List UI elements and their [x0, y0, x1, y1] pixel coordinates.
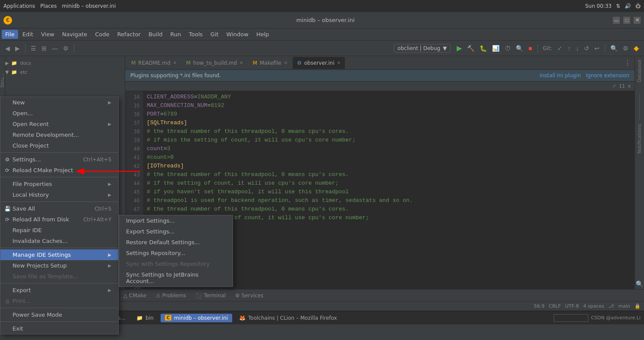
tab-how-to-build[interactable]: M how_to_build.md ✕ [182, 57, 247, 69]
menu-git[interactable]: Git [207, 30, 222, 39]
settings-button[interactable]: ⚙ [61, 44, 70, 53]
git-check-button[interactable]: ✓ [556, 44, 564, 53]
power-icon[interactable]: ⏻ [635, 3, 641, 9]
menu-window[interactable]: Window [223, 30, 252, 39]
menu-new-projects-setup[interactable]: New Projects Setup ▶ [0, 260, 118, 271]
maximize-button[interactable]: □ [623, 17, 630, 24]
window-title-sysbar: minidb – observer.ini [62, 3, 116, 9]
menu-reload-cmake[interactable]: ⟳ Reload CMake Project [0, 165, 118, 176]
menu-view[interactable]: View [38, 30, 58, 39]
menu-tools[interactable]: Tools [186, 30, 206, 39]
menu-navigate[interactable]: Navigate [59, 30, 91, 39]
collapse-button[interactable]: — [50, 44, 60, 53]
tab-makefile[interactable]: M Makefile ✕ [248, 57, 292, 69]
menu-edit[interactable]: Edit [19, 30, 37, 39]
install-ini-plugin-link[interactable]: Install Ini plugin [540, 72, 581, 79]
profile-button[interactable]: ⏱ [503, 43, 512, 53]
tab-readme-close[interactable]: ✕ [173, 60, 177, 65]
valgrind-button[interactable]: 🔍 [514, 43, 525, 53]
menu-build[interactable]: Build [145, 30, 166, 39]
taskbar-input-box[interactable] [554, 314, 588, 322]
menu-file-props[interactable]: File Properties ▶ [0, 179, 118, 189]
menu-refactor[interactable]: Refactor [114, 30, 144, 39]
ignore-extension-link[interactable]: Ignore extension [586, 72, 629, 79]
menu-run[interactable]: Run [167, 30, 185, 39]
menu-power-save[interactable]: Power Save Mode [0, 309, 118, 320]
main-layout: ▶ 📁 docs ▼ 📁 etc ▶ Populate projects Str… [0, 56, 644, 289]
database-panel-tab[interactable]: Database [637, 60, 642, 82]
menu-file[interactable]: File [2, 30, 18, 39]
git-refresh-button[interactable]: ↺ [582, 44, 591, 53]
tab-observer-ini[interactable]: ⚙ observer.ini ✕ [293, 57, 345, 69]
run-config-selector[interactable]: obclient | Debug ▼ [394, 44, 451, 53]
menu-repair-ide[interactable]: Repair IDE [0, 225, 118, 236]
menu-new[interactable]: New ▶ [0, 97, 118, 108]
coverage-button[interactable]: 📊 [490, 43, 501, 53]
tab-makefile-close[interactable]: ✕ [284, 60, 287, 65]
menu-close-project[interactable]: Close Project [0, 140, 118, 151]
git-down-button[interactable]: ↓ [574, 44, 581, 53]
build-button[interactable]: 🔨 [465, 43, 476, 53]
back-button[interactable]: ◀ [3, 44, 12, 53]
menu-remote-devt[interactable]: Remote Development... [0, 129, 118, 140]
menu-reload-disk[interactable]: ⟳ Reload All from Disk Ctrl+Alt+Y [0, 214, 118, 225]
sidebar-folder-docs[interactable]: ▶ 📁 docs [5, 60, 120, 67]
menu-invalidate-caches[interactable]: Invalidate Caches... [0, 236, 118, 246]
status-position[interactable]: 56:9 [534, 303, 545, 309]
status-indent[interactable]: 4 spaces [583, 303, 604, 309]
menu-code[interactable]: Code [92, 30, 113, 39]
bottom-tab-cmake[interactable]: △ CMake [119, 291, 151, 300]
status-line-ending[interactable]: CRLF [549, 303, 561, 309]
more-tabs-button[interactable]: ⋮ [622, 58, 633, 68]
tab-readme[interactable]: M README.md ✕ [127, 57, 181, 69]
submenu-import-settings[interactable]: Import Settings... [119, 215, 233, 226]
run-button[interactable]: ▶ [455, 43, 464, 53]
submenu-export-settings[interactable]: Export Settings... [119, 226, 233, 237]
taskbar-item-firefox[interactable]: 🦊 Toolchains | CLion – Mozilla Firefox [235, 314, 341, 322]
bottom-tab-problems[interactable]: ⚠ Problems [152, 291, 190, 300]
plugins-button[interactable]: ◆ [632, 43, 641, 53]
toolbar-separator-3 [537, 44, 538, 53]
menu-save-all[interactable]: 💾 Save All Ctrl+S [0, 203, 118, 214]
app-menu[interactable]: Applications [3, 3, 35, 9]
menu-local-history[interactable]: Local History ▶ [0, 189, 118, 200]
taskbar-item-clion[interactable]: C minidb – observer.ini [161, 314, 232, 322]
stop-button[interactable]: ■ [527, 43, 534, 53]
menu-manage-ide[interactable]: Manage IDE Settings ▶ [0, 249, 118, 260]
places-menu[interactable]: Places [40, 3, 57, 9]
submenu-settings-repo[interactable]: Settings Repository... [119, 248, 233, 258]
debug-button[interactable]: 🐛 [478, 43, 489, 53]
minimize-button[interactable]: — [613, 17, 620, 24]
menu-settings[interactable]: ⚙ Settings... Ctrl+Alt+S [0, 154, 118, 165]
volume-icon[interactable]: 🔊 [625, 3, 631, 9]
status-branch-name-right[interactable]: main [619, 303, 630, 309]
git-up-button[interactable]: ↑ [566, 44, 572, 53]
taskbar-item-bin[interactable]: 📁 bin [132, 314, 158, 322]
bottom-tab-services[interactable]: ⚙ Services [231, 291, 268, 300]
sidebar-folder-etc[interactable]: ▼ 📁 etc [5, 69, 120, 76]
menu-exit[interactable]: Exit [0, 323, 118, 334]
menu-open-recent[interactable]: Open Recent ▶ [0, 119, 118, 129]
submenu-restore-default[interactable]: Restore Default Settings... [119, 237, 233, 248]
git-revert-button[interactable]: ↩ [593, 44, 601, 53]
notifications-panel-tab[interactable]: Notifications [637, 124, 642, 154]
close-button[interactable]: ✕ [634, 17, 641, 24]
structure-tab[interactable]: Stru... [0, 73, 5, 88]
bottom-tab-terminal[interactable]: ⬛ Terminal [191, 291, 230, 300]
menu-open[interactable]: Open... [0, 108, 118, 119]
submenu-sync-jetbrains[interactable]: Sync Settings to JetBrains Account... [119, 269, 233, 286]
menu-export[interactable]: Export ▶ [0, 285, 118, 296]
menu-help[interactable]: Help [253, 30, 273, 39]
filter-button[interactable]: ⊞ [40, 44, 48, 53]
search-right-icon[interactable]: 🔍 [634, 279, 644, 289]
list-view-button[interactable]: ☰ [29, 44, 38, 53]
settings2-button[interactable]: ⚙ [621, 44, 630, 53]
reload-cmake-icon: ⟳ [4, 167, 11, 173]
tab-how-build-close[interactable]: ✕ [240, 60, 243, 65]
line-count: 11 [619, 83, 625, 89]
tab-ini-close[interactable]: ✕ [337, 60, 341, 65]
search-button[interactable]: 🔍 [609, 44, 619, 53]
expand-icon[interactable]: ∧ [628, 83, 631, 89]
forward-button[interactable]: ▶ [13, 44, 22, 53]
status-encoding[interactable]: UTF-8 [565, 303, 579, 309]
